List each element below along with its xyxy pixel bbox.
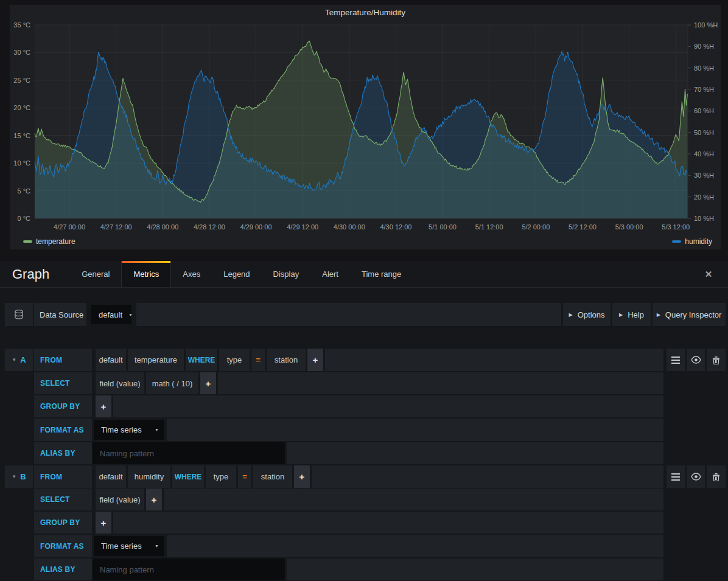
tab-legend[interactable]: Legend <box>212 261 261 287</box>
svg-text:30 °C: 30 °C <box>13 49 30 56</box>
svg-text:100 %H: 100 %H <box>694 21 718 29</box>
eye-icon <box>691 356 701 364</box>
tab-display[interactable]: Display <box>262 261 311 287</box>
svg-text:5/3 12:00: 5/3 12:00 <box>662 223 690 231</box>
legend-label-humidity: humidity <box>685 237 712 246</box>
query-a-toggle-visibility-button[interactable] <box>687 349 705 371</box>
legend-item-humidity[interactable]: humidity <box>672 237 712 246</box>
humidity-series-swatch <box>672 240 681 243</box>
query-a-add-groupby-button[interactable]: + <box>96 395 111 417</box>
query-a-format-as-select[interactable]: Time series ▼ <box>94 420 164 440</box>
datasource-label: Data Source <box>34 310 83 319</box>
chevron-down-icon: ▼ <box>12 357 16 363</box>
query-a-where-key-segment[interactable]: type <box>219 349 250 371</box>
legend-label-temperature: temperature <box>36 237 75 246</box>
tab-axes[interactable]: Axes <box>171 261 212 287</box>
datasource-select[interactable]: default ▼ <box>91 305 131 324</box>
svg-text:5/2 00:00: 5/2 00:00 <box>522 223 550 231</box>
query-a-alias-label-cell: ALIAS BY <box>34 442 92 464</box>
query-b-format-row-filler <box>167 535 663 557</box>
query-a-add-select-button[interactable]: + <box>200 372 216 394</box>
query-a-from-measurement-segment[interactable]: temperature <box>128 349 184 371</box>
query-b-alias-input[interactable] <box>93 558 285 580</box>
help-button-label: Help <box>628 310 644 319</box>
svg-text:25 °C: 25 °C <box>13 77 30 84</box>
query-b-menu-button[interactable] <box>667 465 685 488</box>
query-b-where-key-segment[interactable]: type <box>206 465 236 488</box>
format-as-keyword: FORMAT AS <box>34 542 84 551</box>
query-a-from-row-filler <box>325 349 663 371</box>
format-as-keyword: FORMAT AS <box>34 426 84 434</box>
svg-text:60 %H: 60 %H <box>694 107 714 114</box>
query-a-format-row-filler <box>167 419 663 441</box>
svg-text:10 °C: 10 °C <box>13 159 30 167</box>
svg-text:40 %H: 40 %H <box>694 150 714 158</box>
datasource-value: default <box>99 310 122 319</box>
tab-general[interactable]: General <box>70 261 121 287</box>
query-b-where-operator[interactable]: = <box>238 465 251 488</box>
svg-text:30 %H: 30 %H <box>694 172 714 179</box>
legend-item-temperature[interactable]: temperature <box>23 237 75 246</box>
query-a-where-operator[interactable]: = <box>251 349 265 371</box>
timeseries-chart[interactable]: 0 °C5 °C10 °C15 °C20 °C25 °C30 °C35 °C10… <box>10 5 721 249</box>
query-b-alias-label-cell: ALIAS BY <box>34 558 92 580</box>
svg-text:5/1 00:00: 5/1 00:00 <box>429 223 457 231</box>
query-b-add-select-button[interactable]: + <box>146 489 162 510</box>
tab-metrics[interactable]: Metrics <box>121 261 171 287</box>
format-as-value: Time series <box>101 541 142 551</box>
caret-right-icon: ▶ <box>619 312 623 318</box>
select-keyword: SELECT <box>34 379 70 388</box>
datasource-label-cell: Data Source <box>34 303 86 326</box>
query-b-where-keyword[interactable]: WHERE <box>172 465 204 488</box>
query-b-select-field-segment[interactable]: field (value) <box>96 489 144 510</box>
query-b-from-db-segment[interactable]: default <box>96 465 126 488</box>
close-icon[interactable]: ✕ <box>702 268 715 280</box>
query-b-toggle-visibility-button[interactable] <box>687 465 705 488</box>
query-a-menu-button[interactable] <box>667 349 685 371</box>
datasource-row-filler <box>136 303 561 326</box>
query-b-select-row-filler <box>164 489 663 510</box>
query-b-collapse-toggle[interactable]: ▼ B <box>5 465 33 488</box>
svg-text:10 %H: 10 %H <box>694 215 714 222</box>
query-a-select-math-segment[interactable]: math ( / 10) <box>146 372 198 394</box>
svg-text:5 °C: 5 °C <box>17 187 30 195</box>
svg-text:20 %H: 20 %H <box>694 193 714 201</box>
svg-text:4/29 12:00: 4/29 12:00 <box>287 223 318 231</box>
database-icon <box>13 309 24 320</box>
tab-metrics-label: Metrics <box>133 270 159 279</box>
query-b-add-where-button[interactable]: + <box>294 465 310 488</box>
query-inspector-button[interactable]: ▶ Query Inspector <box>653 303 726 326</box>
caret-right-icon: ▶ <box>569 312 573 318</box>
svg-text:5/1 12:00: 5/1 12:00 <box>475 223 503 231</box>
menu-icon <box>671 473 680 481</box>
chart-legend: temperature humidity <box>10 237 721 247</box>
query-a-delete-button[interactable] <box>707 349 726 371</box>
trash-icon <box>712 473 720 481</box>
options-button[interactable]: ▶ Options <box>563 303 611 326</box>
query-a-from-db-segment[interactable]: default <box>96 349 126 371</box>
query-a-where-value-segment[interactable]: station <box>267 349 306 371</box>
query-a-select-field-segment[interactable]: field (value) <box>96 372 144 394</box>
options-button-label: Options <box>578 310 605 319</box>
help-button[interactable]: ▶ Help <box>612 303 651 326</box>
svg-text:90 %H: 90 %H <box>694 43 714 50</box>
query-a-collapse-toggle[interactable]: ▼ A <box>5 349 33 371</box>
query-b-add-groupby-button[interactable]: + <box>96 512 111 534</box>
svg-text:4/28 00:00: 4/28 00:00 <box>147 223 178 231</box>
graph-panel: Temperature/Humidity 0 °C5 °C10 °C15 °C2… <box>10 5 721 249</box>
group-by-keyword: GROUP BY <box>34 518 80 527</box>
query-a-alias-input[interactable] <box>93 442 285 464</box>
query-b-where-value-segment[interactable]: station <box>253 465 292 488</box>
tab-alert[interactable]: Alert <box>310 261 350 287</box>
query-b-from-measurement-segment[interactable]: humidity <box>128 465 170 488</box>
panel-type-title: Graph <box>0 261 70 287</box>
alias-by-keyword: ALIAS BY <box>34 565 75 574</box>
tab-time-range[interactable]: Time range <box>350 261 413 287</box>
query-a-add-where-button[interactable]: + <box>307 349 323 371</box>
query-b-delete-button[interactable] <box>707 465 726 488</box>
query-b-groupby-row-filler <box>113 512 663 534</box>
query-a-where-keyword[interactable]: WHERE <box>186 349 217 371</box>
query-b-format-as-select[interactable]: Time series ▼ <box>94 536 164 556</box>
svg-text:4/27 12:00: 4/27 12:00 <box>100 223 132 231</box>
query-a-select-row-filler <box>218 372 663 394</box>
